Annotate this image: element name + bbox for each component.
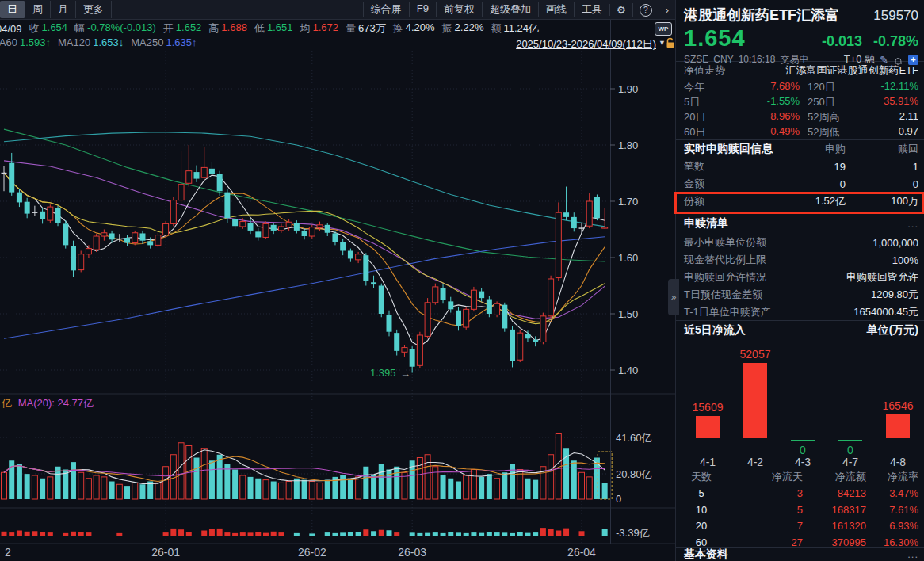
realtime-section: 实时申购赎回信息 申购 赎回 笔数191金额00份额1.52亿100万 bbox=[676, 139, 924, 210]
wp-panel-icon[interactable]: WP bbox=[655, 22, 672, 36]
svg-text:1.40: 1.40 bbox=[618, 364, 638, 376]
inflow-category-label: 4-2 bbox=[731, 456, 779, 468]
flow-table-row: 53842133.47% bbox=[676, 486, 924, 502]
inflow-zero-line bbox=[838, 440, 862, 441]
tab-更多[interactable]: 更多 bbox=[76, 1, 112, 18]
inflow-bar-4-8 bbox=[886, 414, 910, 438]
col-subscribe: 申购 bbox=[773, 142, 846, 156]
performance-grid: 今年7.68%120日-12.11%5日-1.55%250日35.91%20日8… bbox=[676, 79, 924, 139]
stat-低: 低1.651 bbox=[254, 21, 293, 36]
inflow-value-label: 52057 bbox=[722, 348, 788, 361]
visible-range-label[interactable]: 2025/10/23-2026/04/09(112日) bbox=[516, 37, 656, 52]
inflow-category-label: 4-3 bbox=[779, 456, 827, 468]
performance-row: 今年7.68%120日-12.11% bbox=[676, 79, 924, 94]
period-tabs: 日周月更多 bbox=[0, 0, 112, 19]
gear-icon[interactable]: ⚙ bbox=[609, 4, 632, 16]
flow-table: 天数净流天净流额净流率 53842133.47%1051683177.61%20… bbox=[676, 469, 924, 551]
stat-量: 量673万 bbox=[346, 21, 386, 36]
chevron-right-icon[interactable]: › bbox=[659, 4, 675, 16]
stat-收: 收1.654 bbox=[29, 21, 68, 36]
help-icon[interactable]: ? bbox=[632, 3, 659, 17]
inflow-bar-4-2 bbox=[743, 363, 767, 438]
realtime-row-份额: 份额1.52亿100万 bbox=[676, 193, 924, 210]
volume-ma-label: 亿 MA(20): 24.77亿 bbox=[2, 396, 94, 410]
subscription-list-title: 申赎清单 bbox=[684, 216, 728, 231]
realtime-row-金额: 金额00 bbox=[676, 175, 924, 193]
svg-text:26-01: 26-01 bbox=[151, 546, 180, 559]
volume-ma-prefix: 亿 bbox=[2, 397, 12, 409]
menu-item-超级叠加[interactable]: 超级叠加 bbox=[482, 2, 538, 17]
toolbar-menu: 综合屏F9前复权超级叠加画线工具 ⚙ ? › bbox=[363, 0, 675, 19]
svg-text:26-04: 26-04 bbox=[567, 546, 596, 559]
inflow-title: 近5日净流入 bbox=[684, 323, 746, 338]
tab-周[interactable]: 周 bbox=[25, 1, 51, 18]
list-row: 现金替代比例上限100% bbox=[676, 251, 924, 269]
realtime-row-笔数: 笔数191 bbox=[676, 158, 924, 175]
tab-日[interactable]: 日 bbox=[0, 1, 25, 18]
stat-额: 额11.24亿 bbox=[491, 21, 539, 36]
candlestick-chart[interactable]: 1.901.801.701.601.501.4041.60亿20.80亿0-3.… bbox=[0, 0, 675, 561]
svg-text:1.395: 1.395 bbox=[370, 367, 396, 379]
menu-item-画线[interactable]: 画线 bbox=[538, 2, 574, 17]
security-code: 159570 bbox=[873, 8, 918, 24]
panel-collapse-handle[interactable]: » bbox=[668, 279, 679, 315]
svg-text:1.70: 1.70 bbox=[618, 196, 638, 208]
inflow-zero-label: 0 bbox=[838, 444, 862, 456]
nav-trend-row[interactable]: 净值走势 汇添富国证港股通创新药ETF bbox=[676, 62, 924, 79]
performance-row: 60日0.49%52周低0.97 bbox=[676, 124, 924, 139]
volume-ma20-value: MA(20): 24.77亿 bbox=[18, 397, 94, 409]
inflow-bar-chart[interactable]: 156094-1520574-204-304-7165464-8 bbox=[676, 340, 924, 470]
daily-stats-row: 04/09 收1.654幅-0.78%(-0.013)开1.652高1.688低… bbox=[0, 21, 546, 36]
list-row: T-1日单位申赎资产1654000.45元 bbox=[676, 303, 924, 321]
chart-region: 1.901.801.701.601.501.4041.60亿20.80亿0-3.… bbox=[0, 0, 675, 561]
inflow-zero-line bbox=[791, 440, 815, 441]
stat-振: 振2.22% bbox=[442, 21, 484, 36]
ma-value-MA120: MA1201.653↓ bbox=[58, 36, 124, 48]
inflow-unit-label: 单位(万元) bbox=[867, 323, 918, 338]
svg-text:-3.39亿: -3.39亿 bbox=[616, 527, 650, 539]
chart-toolbar: 日周月更多 综合屏F9前复权超级叠加画线工具 ⚙ ? › bbox=[0, 0, 675, 20]
more-button[interactable]: ... bbox=[907, 218, 918, 230]
inflow-category-label: 4-7 bbox=[827, 456, 874, 468]
nav-trend-label: 净值走势 bbox=[684, 63, 725, 78]
svg-text:1.80: 1.80 bbox=[618, 139, 638, 151]
svg-text:41.60亿: 41.60亿 bbox=[616, 432, 652, 444]
stat-幅: 幅-0.78%(-0.013) bbox=[74, 21, 156, 36]
svg-text:1.60: 1.60 bbox=[618, 252, 638, 264]
stat-换: 换4.20% bbox=[393, 21, 435, 36]
price-change: -0.013-0.78% bbox=[811, 33, 918, 50]
svg-text:1.90: 1.90 bbox=[618, 83, 638, 95]
menu-item-工具[interactable]: 工具 bbox=[574, 2, 609, 17]
stat-高: 高1.688 bbox=[208, 21, 247, 36]
ma-value-MA60: MA601.593↑ bbox=[0, 36, 51, 48]
menu-item-F9[interactable]: F9 bbox=[409, 2, 436, 17]
svg-text:→: → bbox=[400, 368, 410, 380]
list-row: 申购赎回允许情况申购赎回皆允许 bbox=[676, 269, 924, 286]
flow-table-row: 1051683177.61% bbox=[676, 502, 924, 518]
footer-more-button[interactable]: ... bbox=[907, 548, 918, 560]
stats-items: 收1.654幅-0.78%(-0.013)开1.652高1.688低1.651均… bbox=[29, 21, 546, 36]
security-name: 港股通创新药ETF汇添富 bbox=[684, 6, 839, 25]
tab-月[interactable]: 月 bbox=[51, 1, 76, 18]
svg-text:0: 0 bbox=[616, 493, 621, 505]
ma-value-MA250: MA2501.635↑ bbox=[131, 36, 197, 48]
basic-info-title[interactable]: 基本资料 bbox=[684, 548, 728, 561]
inflow-value-label: 15609 bbox=[675, 401, 741, 414]
subscription-list-section: 申赎清单 ... 最小申赎单位份额1,000,000现金替代比例上限100%申购… bbox=[676, 212, 924, 321]
stat-开: 开1.652 bbox=[163, 21, 202, 36]
last-price: 1.654 bbox=[684, 25, 746, 52]
inflow-bar-4-1 bbox=[696, 416, 720, 438]
inflow-section: 近5日净流入 单位(万元) 156094-1520574-204-304-716… bbox=[676, 320, 924, 469]
stat-均: 均1.672 bbox=[300, 21, 338, 36]
fund-full-name: 汇添富国证港股通创新药ETF bbox=[785, 63, 918, 78]
performance-row: 20日8.96%52周高2.11 bbox=[676, 109, 924, 124]
toolbar-menu-items: 综合屏F9前复权超级叠加画线工具 bbox=[363, 2, 609, 17]
menu-item-综合屏[interactable]: 综合屏 bbox=[363, 2, 409, 17]
menu-item-前复权[interactable]: 前复权 bbox=[436, 2, 482, 17]
lock-icon[interactable] bbox=[665, 37, 675, 52]
list-row: 最小申赎单位份额1,000,000 bbox=[676, 234, 924, 251]
svg-text:2: 2 bbox=[5, 546, 11, 559]
performance-row: 5日-1.55%250日35.91% bbox=[676, 94, 924, 109]
stats-date: 04/09 bbox=[0, 23, 22, 35]
inflow-value-label: 16546 bbox=[865, 399, 924, 412]
